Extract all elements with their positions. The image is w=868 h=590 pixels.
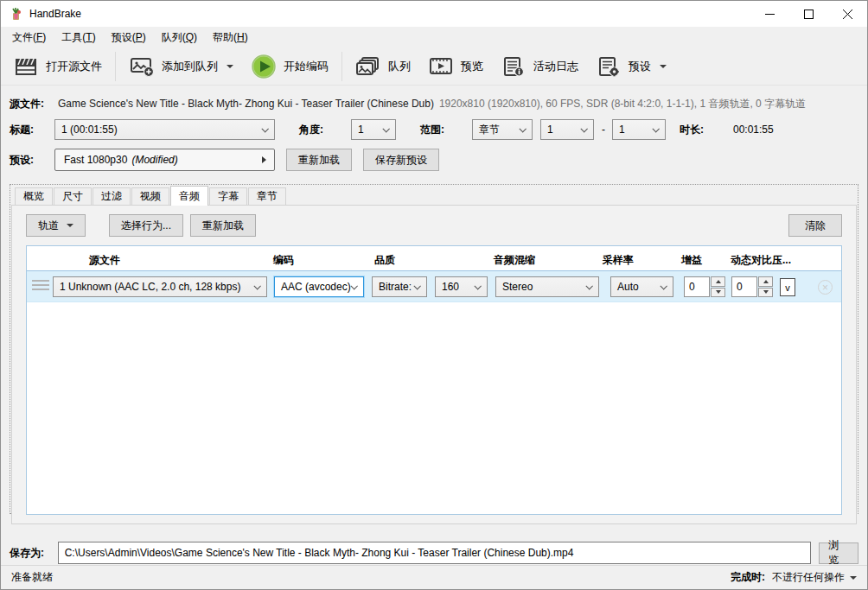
menu-file[interactable]: 文件(F) [4, 27, 54, 48]
chevron-down-icon [519, 125, 526, 132]
maximize-icon[interactable] [789, 1, 828, 27]
arrow-right-icon [262, 156, 266, 163]
clear-button[interactable]: 清除 [788, 214, 842, 237]
activity-log-button[interactable]: 活动日志 [492, 50, 587, 83]
start-encode-icon [251, 54, 277, 79]
presets-button[interactable]: 预设 [587, 50, 675, 83]
presets-icon [596, 55, 622, 78]
spin-up-icon[interactable] [758, 276, 773, 287]
save-as-row: 保存为: 浏览 [1, 541, 867, 565]
reload-preset-button[interactable]: 重新加载 [286, 149, 352, 171]
header-source: 源文件 [89, 253, 120, 268]
drc-stepper[interactable]: 0 [731, 276, 773, 297]
menu-tools[interactable]: 工具(T) [54, 27, 103, 48]
preset-row: 预设: Fast 1080p30 (Modified) 重新加载 保存新预设 [10, 148, 858, 172]
range-type-select[interactable]: 章节 [472, 119, 533, 140]
tracks-button[interactable]: 轨道 [26, 214, 86, 237]
codec-select[interactable]: AAC (avcodec) [274, 276, 364, 297]
main-toolbar: 打开源文件 添加到队列 开始编码 [1, 48, 867, 86]
angle-select[interactable]: 1 [351, 119, 396, 140]
tab-chapters[interactable]: 章节 [248, 187, 286, 205]
preset-select[interactable]: Fast 1080p30 (Modified) [54, 149, 275, 171]
preview-button[interactable]: 预览 [419, 50, 492, 83]
presets-caret-icon [660, 65, 667, 68]
clapperboard-icon [13, 55, 39, 78]
status-text: 准备就绪 [11, 570, 53, 585]
chevron-down-icon [652, 125, 659, 132]
queue-button[interactable]: 队列 [347, 50, 419, 83]
chevron-down-icon [474, 282, 481, 289]
track-source-select[interactable]: 1 Unknown (AAC LC, 2.0 ch, 128 kbps) [53, 276, 267, 297]
passthru-toggle[interactable]: v [780, 278, 795, 296]
range-label: 范围: [420, 123, 465, 137]
handbrake-window: HandBrake 文件(F) 工具(T) 预设(P) 队列(Q) 帮助(H) … [0, 0, 868, 590]
when-done-label: 完成时: [731, 570, 765, 585]
tab-audio[interactable]: 音频 [170, 186, 208, 206]
samplerate-select[interactable]: Auto [610, 276, 673, 297]
source-label: 源文件: [10, 97, 58, 111]
title-bar: HandBrake [1, 1, 867, 27]
spin-up-icon[interactable] [711, 276, 725, 287]
remove-track-icon[interactable]: × [818, 280, 833, 295]
menu-presets[interactable]: 预设(P) [104, 27, 154, 48]
tab-video[interactable]: 视频 [131, 187, 169, 205]
activity-log-icon [501, 55, 527, 78]
tab-summary[interactable]: 概览 [15, 187, 53, 205]
tab-filters[interactable]: 过滤 [93, 187, 131, 205]
menu-help[interactable]: 帮助(H) [205, 27, 256, 48]
chevron-down-icon [580, 125, 587, 132]
spin-down-icon[interactable] [758, 288, 773, 298]
gain-stepper[interactable]: 0 [684, 276, 725, 297]
header-drc: 动态对比压... [731, 253, 791, 268]
header-gain: 增益 [681, 253, 702, 268]
chevron-down-icon [350, 282, 357, 289]
mixdown-select[interactable]: Stereo [495, 276, 599, 297]
save-new-preset-button[interactable]: 保存新预设 [363, 149, 439, 171]
toolbar-separator [341, 52, 342, 81]
bitrate-select[interactable]: 160 [435, 276, 488, 297]
audio-track-table: 源文件 编码 品质 音频混缩 采样率 增益 动态对比压... 1 Unknown… [26, 245, 842, 515]
chevron-down-icon [413, 282, 420, 289]
tab-subtitles[interactable]: 字幕 [209, 187, 247, 205]
header-samplerate: 采样率 [603, 253, 634, 268]
audio-tab-panel: 轨道 选择行为... 重新加载 清除 源文件 编码 品质 音频混缩 采样率 增益 [11, 205, 857, 524]
title-select[interactable]: 1 (00:01:55) [54, 119, 275, 140]
main-content: 源文件: Game Science's New Title - Black My… [1, 86, 867, 527]
spin-down-icon[interactable] [711, 288, 725, 298]
start-encode-button[interactable]: 开始编码 [242, 50, 337, 83]
selection-behavior-button[interactable]: 选择行为... [109, 214, 183, 237]
quality-mode-select[interactable]: Bitrate: [372, 276, 427, 297]
tracks-caret-icon [67, 224, 73, 227]
tab-dimensions[interactable]: 尺寸 [54, 187, 92, 205]
title-label: 标题: [10, 123, 54, 137]
open-source-button[interactable]: 打开源文件 [4, 50, 111, 83]
reload-tracks-button[interactable]: 重新加载 [190, 214, 256, 237]
when-done-select[interactable]: 不进行任何操作 [772, 570, 857, 585]
menu-bar: 文件(F) 工具(T) 预设(P) 队列(Q) 帮助(H) [1, 27, 867, 48]
source-info-row: 源文件: Game Science's New Title - Black My… [10, 96, 858, 111]
duration-label: 时长: [680, 123, 724, 137]
add-to-queue-button[interactable]: 添加到队列 [120, 50, 242, 83]
chevron-down-icon [382, 125, 389, 132]
preset-label: 预设: [10, 153, 54, 168]
source-title: Game Science's New Title - Black Myth- Z… [58, 98, 434, 110]
header-codec: 编码 [273, 253, 294, 268]
when-done-caret-icon [850, 576, 857, 580]
destination-path-input[interactable] [58, 542, 811, 564]
audio-track-row[interactable]: 1 Unknown (AAC LC, 2.0 ch, 128 kbps) AAC… [27, 271, 841, 302]
source-details: 1920x810 (1920x810), 60 FPS, SDR (8-bit … [439, 97, 806, 111]
audio-toolbar: 轨道 选择行为... 重新加载 清除 [26, 214, 842, 237]
range-separator: - [602, 124, 605, 136]
add-to-queue-caret-icon [227, 65, 233, 68]
header-mixdown: 音频混缩 [494, 253, 535, 268]
settings-tab-control: 概览 尺寸 过滤 视频 音频 字幕 章节 轨道 选择行为... 重新加载 清除 [10, 184, 858, 514]
drag-handle-icon[interactable] [32, 280, 49, 290]
preview-icon [428, 55, 454, 78]
duration-value: 00:01:55 [733, 124, 774, 136]
minimize-icon[interactable] [750, 1, 789, 27]
range-end-select[interactable]: 1 [612, 119, 666, 140]
browse-button[interactable]: 浏览 [819, 542, 858, 564]
close-icon[interactable] [828, 1, 867, 27]
menu-queue[interactable]: 队列(Q) [154, 27, 205, 48]
range-start-select[interactable]: 1 [540, 119, 594, 140]
